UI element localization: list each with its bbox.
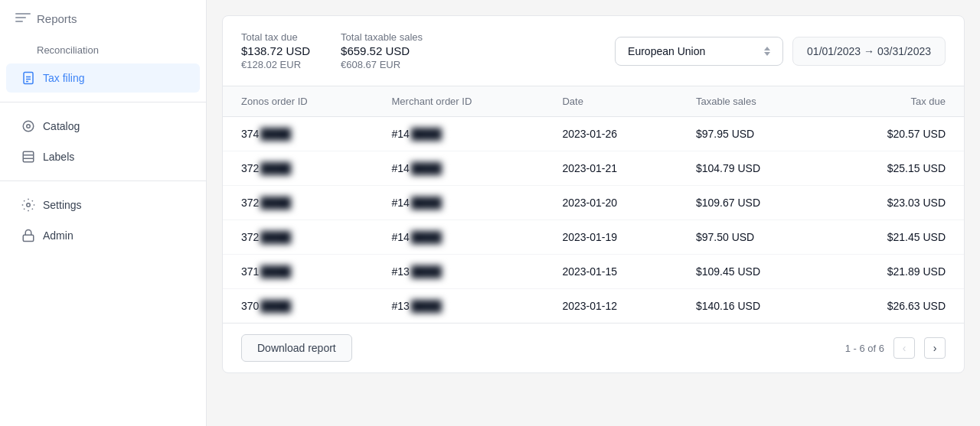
cell-merchant-id: #14████ xyxy=(374,186,544,220)
sidebar-header: Reports xyxy=(0,12,206,37)
cell-date: 2023-01-12 xyxy=(544,289,678,324)
region-select-arrows xyxy=(764,47,770,56)
table-row: 374████ #14████ 2023-01-26 $97.95 USD $2… xyxy=(223,117,964,151)
sidebar-divider xyxy=(0,102,206,102)
download-report-button[interactable]: Download report xyxy=(241,334,352,362)
svg-point-4 xyxy=(23,121,34,132)
settings-icon xyxy=(21,198,35,212)
arrow-down-icon xyxy=(764,52,770,56)
cell-zonos-id: 372████ xyxy=(223,220,374,255)
cell-date: 2023-01-26 xyxy=(544,117,678,151)
summary-controls: European Union 01/01/2023 → 03/31/2023 xyxy=(615,37,946,66)
cell-tax-due: $26.63 USD xyxy=(825,289,964,324)
total-tax-due-eur: €128.02 EUR xyxy=(241,59,310,70)
sidebar-item-settings[interactable]: Settings xyxy=(6,190,200,220)
cell-taxable-sales: $97.50 USD xyxy=(678,220,825,255)
cell-tax-due: $21.89 USD xyxy=(825,255,964,289)
cell-merchant-id: #14████ xyxy=(374,117,544,151)
sidebar-item-reconciliation[interactable]: Reconciliation xyxy=(6,38,200,62)
cell-tax-due: $21.45 USD xyxy=(825,220,964,255)
cell-date: 2023-01-15 xyxy=(544,255,678,289)
table-row: 372████ #14████ 2023-01-19 $97.50 USD $2… xyxy=(223,220,964,255)
cell-zonos-id: 374████ xyxy=(223,117,374,151)
svg-point-5 xyxy=(27,125,31,128)
total-taxable-sales: Total taxable sales $659.52 USD €608.67 … xyxy=(341,31,423,70)
svg-point-9 xyxy=(27,203,31,207)
admin-icon xyxy=(21,229,35,242)
arrow-up-icon xyxy=(764,47,770,50)
cell-zonos-id: 372████ xyxy=(223,186,374,220)
cell-taxable-sales: $109.45 USD xyxy=(678,255,825,289)
cell-taxable-sales: $104.79 USD xyxy=(678,151,825,186)
table-row: 371████ #13████ 2023-01-15 $109.45 USD $… xyxy=(223,255,964,289)
cell-tax-due: $25.15 USD xyxy=(825,151,964,186)
cell-taxable-sales: $109.67 USD xyxy=(678,186,825,220)
cell-taxable-sales: $140.16 USD xyxy=(678,289,825,324)
cell-merchant-id: #13████ xyxy=(374,255,544,289)
table-row: 370████ #13████ 2023-01-12 $140.16 USD $… xyxy=(223,289,964,324)
sidebar-item-labels[interactable]: Labels xyxy=(6,142,200,171)
cell-zonos-id: 372████ xyxy=(223,151,374,186)
tax-filing-icon xyxy=(21,71,35,85)
main-content: Total tax due $138.72 USD €128.02 EUR To… xyxy=(207,0,980,426)
cell-taxable-sales: $97.95 USD xyxy=(678,117,825,151)
col-zonos-order-id: Zonos order ID xyxy=(223,86,374,117)
cell-merchant-id: #14████ xyxy=(374,220,544,255)
total-taxable-sales-usd: $659.52 USD xyxy=(341,44,423,57)
cell-merchant-id: #13████ xyxy=(374,289,544,324)
cell-zonos-id: 371████ xyxy=(223,255,374,289)
total-tax-due-label: Total tax due xyxy=(241,31,310,43)
orders-table: Zonos order ID Merchant order ID Date Ta… xyxy=(223,86,964,323)
table-row: 372████ #14████ 2023-01-20 $109.67 USD $… xyxy=(223,186,964,220)
cell-tax-due: $20.57 USD xyxy=(825,117,964,151)
col-date: Date xyxy=(544,86,678,117)
sidebar-divider-2 xyxy=(0,180,206,181)
sidebar-item-admin[interactable]: Admin xyxy=(6,221,200,250)
col-tax-due: Tax due xyxy=(825,86,964,117)
table-row: 372████ #14████ 2023-01-21 $104.79 USD $… xyxy=(223,151,964,186)
cell-date: 2023-01-21 xyxy=(544,151,678,186)
content-card: Total tax due $138.72 USD €128.02 EUR To… xyxy=(222,15,965,373)
labels-icon xyxy=(21,150,35,164)
reports-icon xyxy=(15,13,31,25)
table-footer: Download report 1 - 6 of 6 ‹ › xyxy=(223,323,964,372)
svg-rect-6 xyxy=(23,151,34,162)
cell-zonos-id: 370████ xyxy=(223,289,374,324)
cell-tax-due: $23.03 USD xyxy=(825,186,964,220)
table-header-row: Zonos order ID Merchant order ID Date Ta… xyxy=(223,86,964,117)
sidebar-header-label: Reports xyxy=(37,12,77,25)
cell-date: 2023-01-20 xyxy=(544,186,678,220)
sidebar: Reports Reconciliation Tax filing Catalo… xyxy=(0,0,207,426)
pagination-prev-button[interactable]: ‹ xyxy=(893,337,915,359)
total-tax-due-usd: $138.72 USD xyxy=(241,44,310,57)
date-range: 01/01/2023 → 03/31/2023 xyxy=(792,37,946,66)
svg-rect-10 xyxy=(23,235,34,241)
pagination-info: 1 - 6 of 6 xyxy=(845,343,884,354)
cell-merchant-id: #14████ xyxy=(374,151,544,186)
total-taxable-sales-eur: €608.67 EUR xyxy=(341,59,423,70)
total-tax-due: Total tax due $138.72 USD €128.02 EUR xyxy=(241,31,310,70)
catalog-icon xyxy=(21,119,35,133)
col-taxable-sales: Taxable sales xyxy=(678,86,825,117)
region-select[interactable]: European Union xyxy=(615,37,783,66)
pagination-next-button[interactable]: › xyxy=(924,337,946,359)
col-merchant-order-id: Merchant order ID xyxy=(374,86,544,117)
region-select-value: European Union xyxy=(628,45,705,57)
pagination: 1 - 6 of 6 ‹ › xyxy=(845,337,946,359)
summary-bar: Total tax due $138.72 USD €128.02 EUR To… xyxy=(223,16,964,86)
cell-date: 2023-01-19 xyxy=(544,220,678,255)
sidebar-item-tax-filing[interactable]: Tax filing xyxy=(6,63,200,93)
sidebar-item-catalog[interactable]: Catalog xyxy=(6,112,200,141)
total-taxable-sales-label: Total taxable sales xyxy=(341,31,423,43)
